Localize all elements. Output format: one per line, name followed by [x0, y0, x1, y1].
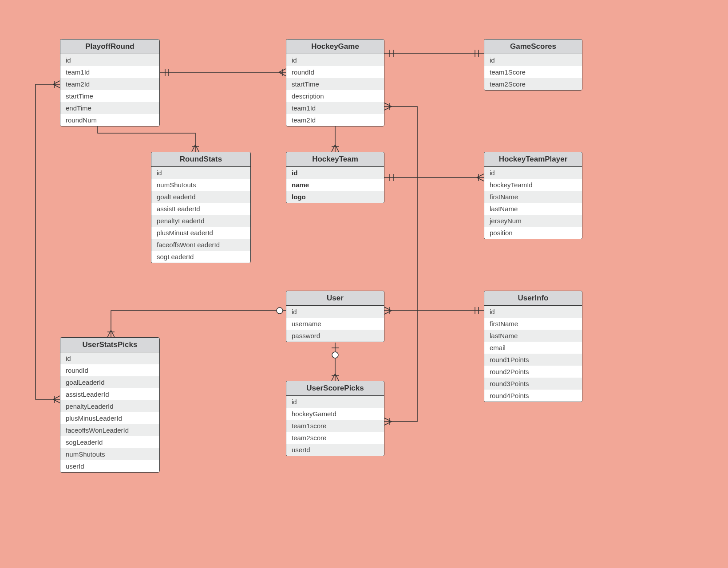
entity-field: roundNum	[60, 114, 159, 126]
entity-field: numShutouts	[151, 179, 250, 191]
entity-field: id	[286, 396, 384, 408]
entity-title: User	[286, 291, 384, 306]
entity-field: startTime	[60, 90, 159, 102]
entity-userscorepicks: UserScorePicks id hockeyGameId team1scor…	[286, 381, 384, 456]
svg-line-4	[279, 69, 286, 72]
entity-field: id	[484, 306, 582, 318]
svg-line-35	[53, 399, 60, 403]
entity-field: id	[60, 352, 159, 364]
entity-field: name	[286, 179, 384, 191]
entity-title: UserStatsPicks	[60, 338, 159, 352]
svg-line-48	[384, 307, 392, 311]
entity-field: hockeyGameId	[286, 408, 384, 420]
svg-line-53	[384, 103, 392, 106]
entity-field: team2Score	[484, 78, 582, 90]
entity-title: HockeyTeamPlayer	[484, 152, 582, 167]
svg-line-34	[53, 396, 60, 399]
entity-field: password	[286, 330, 384, 342]
entity-gamescores: GameScores id team1Score team2Score	[484, 39, 582, 91]
entity-field: jerseyNum	[484, 215, 582, 227]
entity-field: endTime	[60, 102, 159, 114]
entity-field: username	[286, 318, 384, 330]
entity-field: roundId	[60, 364, 159, 376]
entity-field: firstName	[484, 318, 582, 330]
entity-field: id	[286, 167, 384, 179]
entity-userstatspicks: UserStatsPicks id roundId goalLeaderId a…	[60, 337, 160, 473]
entity-field: round3Points	[484, 378, 582, 390]
entity-field: description	[286, 90, 384, 102]
entity-field: faceoffsWonLeaderId	[151, 239, 250, 251]
svg-line-44	[332, 374, 335, 381]
entity-field: logo	[286, 191, 384, 203]
entity-field: faceoffsWonLeaderId	[60, 424, 159, 436]
entity-playoffround: PlayoffRound id team1Id team2Id startTim…	[60, 39, 160, 126]
svg-line-23	[335, 145, 339, 152]
entity-roundstats: RoundStats id numShutouts goalLeaderId a…	[151, 152, 251, 263]
svg-line-32	[53, 84, 60, 88]
entity-field: lastName	[484, 330, 582, 342]
svg-line-38	[107, 330, 111, 337]
svg-line-54	[384, 106, 392, 110]
entity-field: goalLeaderId	[151, 191, 250, 203]
entity-title: RoundStats	[151, 152, 250, 167]
entity-field: sogLeaderId	[60, 436, 159, 448]
entity-field: plusMinusLeaderId	[151, 227, 250, 239]
svg-line-15	[192, 145, 195, 152]
entity-field: firstName	[484, 191, 582, 203]
entity-field: team1score	[286, 420, 384, 432]
svg-line-39	[111, 330, 115, 337]
entity-title: HockeyGame	[286, 39, 384, 54]
entity-hockeyteamplayer: HockeyTeamPlayer id hockeyTeamId firstNa…	[484, 152, 582, 239]
entity-field: startTime	[286, 78, 384, 90]
entity-field: round1Points	[484, 354, 582, 366]
entity-field: round4Points	[484, 390, 582, 402]
svg-line-56	[384, 418, 392, 422]
entity-field: round2Points	[484, 366, 582, 378]
entity-field: userId	[286, 444, 384, 456]
entity-field: id	[151, 167, 250, 179]
entity-field: team2Id	[60, 78, 159, 90]
entity-title: UserInfo	[484, 291, 582, 306]
entity-title: UserScorePicks	[286, 381, 384, 396]
entity-field: goalLeaderId	[60, 376, 159, 388]
svg-line-45	[335, 374, 339, 381]
entity-field: id	[286, 306, 384, 318]
entity-field: team2score	[286, 432, 384, 444]
svg-line-28	[477, 174, 484, 178]
svg-line-29	[477, 178, 484, 181]
svg-point-42	[332, 352, 338, 358]
entity-field: userId	[60, 460, 159, 472]
svg-line-49	[384, 311, 392, 314]
svg-line-5	[279, 72, 286, 76]
entity-field: email	[484, 342, 582, 354]
entity-user: User id username password	[286, 291, 384, 342]
entity-field: assistLeaderId	[151, 203, 250, 215]
entity-field: id	[286, 54, 384, 66]
entity-field: numShutouts	[60, 448, 159, 460]
entity-field: hockeyTeamId	[484, 179, 582, 191]
entity-field: team1Score	[484, 66, 582, 78]
entity-userinfo: UserInfo id firstName lastName email rou…	[484, 291, 582, 402]
entity-field: assistLeaderId	[60, 388, 159, 400]
entity-title: PlayoffRound	[60, 39, 159, 54]
entity-hockeyteam: HockeyTeam id name logo	[286, 152, 384, 203]
entity-field: id	[60, 54, 159, 66]
svg-point-36	[277, 308, 283, 314]
svg-line-16	[195, 145, 199, 152]
entity-title: GameScores	[484, 39, 582, 54]
entity-field: team1Id	[60, 66, 159, 78]
entity-field: penaltyLeaderId	[151, 215, 250, 227]
entity-hockeygame: HockeyGame id roundId startTime descript…	[286, 39, 384, 126]
svg-line-31	[53, 81, 60, 84]
entity-field: roundId	[286, 66, 384, 78]
entity-field: team1Id	[286, 102, 384, 114]
entity-field: lastName	[484, 203, 582, 215]
svg-line-57	[384, 422, 392, 425]
entity-field: position	[484, 227, 582, 239]
entity-field: id	[484, 167, 582, 179]
entity-title: HockeyTeam	[286, 152, 384, 167]
entity-field: team2Id	[286, 114, 384, 126]
entity-field: penaltyLeaderId	[60, 400, 159, 412]
entity-field: plusMinusLeaderId	[60, 412, 159, 424]
entity-field: id	[484, 54, 582, 66]
